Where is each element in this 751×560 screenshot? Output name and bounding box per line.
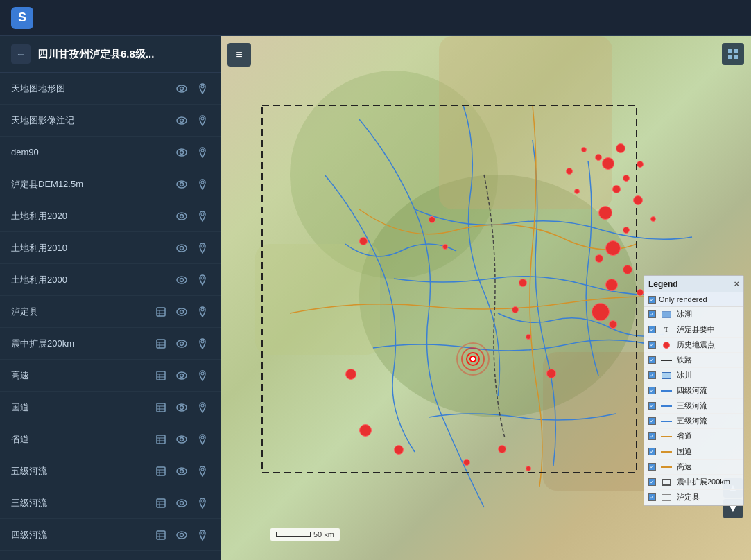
eye-icon[interactable] [175,305,189,319]
svg-point-41 [201,372,204,375]
svg-point-1 [180,87,184,90]
legend-checkbox[interactable]: ✓ [648,371,656,379]
layer-item[interactable]: 省道 [0,423,221,455]
pin-icon[interactable] [196,337,209,351]
legend-checkbox[interactable]: ✓ [648,326,656,333]
eye-icon[interactable] [175,82,189,96]
layer-item[interactable]: 天地图地形图 [0,73,221,105]
eye-icon[interactable] [175,241,189,255]
map-list-button[interactable]: ≡ [227,43,251,67]
pin-icon[interactable] [196,209,209,223]
table-icon[interactable] [154,496,168,510]
eye-icon[interactable] [175,209,189,223]
layer-icons [175,146,209,159]
pin-icon[interactable] [196,496,209,510]
legend-checkbox[interactable]: ✓ [648,310,656,318]
eye-icon[interactable] [175,528,189,542]
layer-item[interactable]: 震中扩展200km [0,328,221,360]
eye-icon[interactable] [175,496,189,510]
layer-item[interactable]: 土地利用2010 [0,232,221,264]
eye-icon[interactable] [175,369,189,383]
eye-icon[interactable] [175,401,189,414]
layer-item[interactable]: 国道 [0,392,221,423]
layer-item[interactable]: 三级河流 [0,487,221,519]
legend-checkbox[interactable]: ✓ [648,417,656,425]
eye-icon[interactable] [175,337,189,351]
legend-close-button[interactable]: × [734,279,739,289]
table-icon[interactable] [154,369,168,383]
pin-icon[interactable] [196,146,209,159]
layer-item[interactable]: 五级河流 [0,455,221,487]
svg-rect-80 [728,55,732,59]
legend-item[interactable]: ✓ 冰川 [644,368,743,383]
map-area[interactable]: ≡ 50 km ▲ ▼ Legend × [221,36,751,560]
sidebar-title: 四川甘孜州泸定县6.8级... [37,48,154,61]
legend-only-rendered[interactable]: ✓ Only rendered [644,292,743,307]
legend-checkbox[interactable]: ✓ [648,448,656,455]
legend-item[interactable]: ✓ T 泸定县要中 [644,322,743,338]
legend-symbol [660,447,673,457]
pin-icon[interactable] [196,241,209,255]
table-icon[interactable] [154,432,168,446]
legend-item[interactable]: ✓ 震中扩展200km [644,475,743,490]
table-icon[interactable] [154,528,168,542]
eq-dot [394,445,404,455]
eye-icon[interactable] [175,146,189,159]
layer-list: 天地图地形图 天地图影像注记 dem90 [0,73,221,551]
layer-item[interactable]: 天地图影像注记 [0,105,221,137]
table-icon[interactable] [154,464,168,478]
table-icon[interactable] [154,305,168,319]
legend-symbol [660,493,673,502]
eq-dot [512,306,519,313]
legend-item[interactable]: ✓ 历史地震点 [644,338,743,353]
legend-item[interactable]: ✓ 三级河流 [644,399,743,414]
legend-checkbox[interactable]: ✓ [648,387,656,394]
eye-icon[interactable] [175,432,189,446]
eye-icon[interactable] [175,177,189,191]
legend-item[interactable]: ✓ 高速 [644,460,743,475]
legend-item[interactable]: ✓ 泸定县 [644,490,743,505]
legend-item[interactable]: ✓ 五级河流 [644,414,743,429]
eye-icon[interactable] [175,464,189,478]
pin-icon[interactable] [196,273,209,287]
legend-checkbox[interactable]: ✓ [648,478,656,486]
eye-icon[interactable] [175,273,189,287]
pin-icon[interactable] [196,369,209,383]
pin-icon[interactable] [196,432,209,446]
svg-point-34 [201,340,204,343]
eye-icon[interactable] [175,114,189,128]
table-icon[interactable] [154,337,168,351]
legend-label: 震中扩展200km [677,477,730,487]
eq-dot [623,265,632,274]
layer-icons [175,209,209,223]
layer-item[interactable]: 泸定县DEM12.5m [0,168,221,200]
layer-item[interactable]: 泸定县 [0,296,221,328]
table-icon[interactable] [154,401,168,414]
back-button[interactable]: ← [11,44,31,64]
layer-item[interactable]: 土地利用2000 [0,264,221,296]
pin-icon[interactable] [196,305,209,319]
legend-checkbox[interactable]: ✓ [648,402,656,410]
legend-checkbox[interactable]: ✓ [648,493,656,501]
legend-item[interactable]: ✓ 国道 [644,444,743,460]
pin-icon[interactable] [196,82,209,96]
legend-item[interactable]: ✓ 四级河流 [644,383,743,399]
legend-item[interactable]: ✓ 省道 [644,429,743,444]
pin-icon[interactable] [196,401,209,414]
legend-checkbox[interactable]: ✓ [648,432,656,440]
layer-item[interactable]: dem90 [0,137,221,168]
layer-item[interactable]: 土地利用2020 [0,200,221,232]
legend-checkbox[interactable]: ✓ [648,356,656,364]
legend-checkbox[interactable]: ✓ [648,341,656,349]
pin-icon[interactable] [196,464,209,478]
layer-item[interactable]: 高速 [0,360,221,392]
legend-checkbox[interactable]: ✓ [648,463,656,471]
pin-icon[interactable] [196,528,209,542]
layer-item[interactable]: 四级河流 [0,519,221,551]
map-corner-button[interactable] [722,43,744,65]
legend-item[interactable]: ✓ 冰湖 [644,307,743,322]
pin-icon[interactable] [196,177,209,191]
pin-icon[interactable] [196,114,209,128]
only-rendered-checkbox[interactable]: ✓ [648,296,656,304]
legend-item[interactable]: ✓ 铁路 [644,353,743,368]
